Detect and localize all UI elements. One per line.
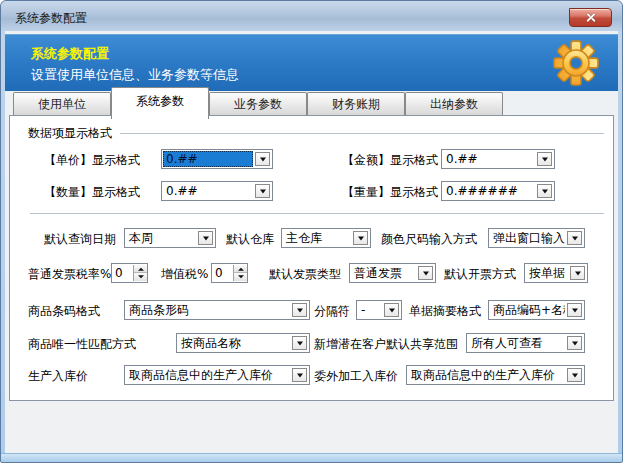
vat-rate-input[interactable]: 0 bbox=[211, 263, 248, 283]
uniqueness-match-value: 按商品名称 bbox=[178, 335, 290, 351]
normal-invoice-rate-value: 0 bbox=[115, 265, 123, 281]
default-query-date-label: 默认查询日期 bbox=[44, 229, 116, 249]
window-frame-bottom bbox=[1, 453, 622, 462]
header-banner: 系统参数配置 设置使用单位信息、业务参数等信息 bbox=[5, 34, 618, 91]
close-button[interactable] bbox=[569, 8, 612, 27]
chevron-down-icon[interactable] bbox=[537, 152, 552, 166]
production-in-price-label: 生产入库价 bbox=[28, 366, 88, 386]
normal-invoice-rate-input[interactable]: 0 bbox=[111, 263, 148, 283]
window-title: 系统参数配置 bbox=[15, 10, 87, 27]
default-warehouse-label: 默认仓库 bbox=[226, 229, 274, 249]
groupbox-bottom-line bbox=[30, 213, 604, 214]
weight-format-label: 【重量】显示格式 bbox=[342, 182, 438, 202]
summary-format-value: 商品编码+名称 bbox=[490, 302, 565, 318]
uniqueness-match-select[interactable]: 按商品名称 bbox=[176, 333, 310, 353]
separator-value: - bbox=[358, 302, 382, 318]
titlebar[interactable]: 系统参数配置 bbox=[1, 1, 622, 31]
normal-invoice-rate-label: 普通发票税率% bbox=[28, 264, 111, 284]
weight-format-select[interactable]: 0.###### bbox=[441, 181, 555, 201]
quantity-format-label: 【数量】显示格式 bbox=[44, 182, 140, 202]
default-warehouse-select[interactable]: 主仓库 bbox=[281, 228, 371, 248]
unit-price-format-select[interactable]: 0.## bbox=[161, 149, 273, 169]
chevron-down-icon[interactable] bbox=[567, 336, 582, 350]
barcode-format-value: 商品条形码 bbox=[126, 302, 290, 318]
chevron-down-icon[interactable] bbox=[537, 184, 552, 198]
outsourcing-in-price-label: 委外加工入库价 bbox=[314, 366, 398, 386]
color-size-input-select[interactable]: 弹出窗口输入 bbox=[488, 228, 585, 248]
group-title: 数据项显示格式 bbox=[28, 123, 112, 143]
quantity-format-value: 0.## bbox=[163, 183, 253, 199]
chevron-down-icon[interactable] bbox=[292, 368, 307, 382]
chevron-down-icon[interactable] bbox=[255, 184, 270, 198]
quantity-format-select[interactable]: 0.## bbox=[161, 181, 273, 201]
barcode-format-label: 商品条码格式 bbox=[28, 301, 100, 321]
groupbox-top-line bbox=[120, 133, 604, 134]
tab-panel-system-params: 数据项显示格式 【单价】显示格式 0.## 【金额】显示格式 0.## 【数量】… bbox=[9, 115, 614, 401]
summary-format-select[interactable]: 商品编码+名称 bbox=[488, 300, 585, 320]
chevron-down-icon[interactable] bbox=[198, 231, 213, 245]
default-billing-method-value: 按单据 bbox=[526, 265, 568, 281]
unit-price-format-value: 0.## bbox=[163, 151, 253, 167]
amount-format-select[interactable]: 0.## bbox=[441, 149, 555, 169]
header-title: 系统参数配置 bbox=[31, 45, 109, 63]
barcode-format-select[interactable]: 商品条形码 bbox=[124, 300, 310, 320]
default-query-date-select[interactable]: 本周 bbox=[124, 228, 216, 248]
chevron-down-icon[interactable] bbox=[567, 231, 582, 245]
tab-system-params[interactable]: 系统参数 bbox=[111, 87, 209, 119]
separator-select[interactable]: - bbox=[356, 300, 402, 320]
outsourcing-in-price-value: 取商品信息中的生产入库价 bbox=[408, 367, 565, 383]
default-billing-method-select[interactable]: 按单据 bbox=[524, 263, 588, 283]
tab-cashier-params[interactable]: 出纳参数 bbox=[405, 92, 503, 116]
default-billing-method-label: 默认开票方式 bbox=[444, 264, 516, 284]
amount-format-value: 0.## bbox=[443, 151, 535, 167]
chevron-down-icon[interactable] bbox=[384, 303, 399, 317]
chevron-down-icon[interactable] bbox=[292, 303, 307, 317]
chevron-down-icon[interactable] bbox=[418, 266, 433, 280]
weight-format-value: 0.###### bbox=[443, 183, 535, 199]
potential-customer-share-value: 所有人可查看 bbox=[468, 335, 565, 351]
potential-customer-share-select[interactable]: 所有人可查看 bbox=[466, 333, 585, 353]
chevron-down-icon[interactable] bbox=[292, 336, 307, 350]
default-invoice-type-select[interactable]: 普通发票 bbox=[349, 263, 436, 283]
chevron-down-icon[interactable] bbox=[567, 303, 582, 317]
dialog-body: 系统参数配置 设置使用单位信息、业务参数等信息 使用单位 bbox=[5, 31, 618, 453]
gear-icon bbox=[550, 37, 602, 89]
close-icon bbox=[585, 12, 596, 23]
production-in-price-select[interactable]: 取商品信息中的生产入库价 bbox=[124, 365, 310, 385]
chevron-down-icon[interactable] bbox=[567, 368, 582, 382]
chevron-down-icon[interactable] bbox=[255, 152, 270, 166]
tab-finance-period[interactable]: 财务账期 bbox=[307, 92, 405, 116]
potential-customer-share-label: 新增潜在客户默认共享范围 bbox=[314, 334, 458, 354]
default-invoice-type-label: 默认发票类型 bbox=[269, 264, 341, 284]
vat-rate-value: 0 bbox=[215, 265, 223, 281]
default-query-date-value: 本周 bbox=[126, 230, 196, 246]
summary-format-label: 单据摘要格式 bbox=[409, 301, 481, 321]
spin-down-icon[interactable] bbox=[234, 273, 247, 281]
spin-up-icon[interactable] bbox=[134, 265, 147, 273]
outsourcing-in-price-select[interactable]: 取商品信息中的生产入库价 bbox=[406, 365, 585, 385]
amount-format-label: 【金额】显示格式 bbox=[342, 150, 438, 170]
spin-down-icon[interactable] bbox=[134, 273, 147, 281]
chevron-down-icon[interactable] bbox=[353, 231, 368, 245]
default-warehouse-value: 主仓库 bbox=[283, 230, 351, 246]
uniqueness-match-label: 商品唯一性匹配方式 bbox=[28, 334, 136, 354]
chevron-down-icon[interactable] bbox=[570, 266, 585, 280]
spin-up-icon[interactable] bbox=[234, 265, 247, 273]
tab-business-params[interactable]: 业务参数 bbox=[209, 92, 307, 116]
separator-label: 分隔符 bbox=[314, 301, 350, 321]
system-parameter-dialog: 系统参数配置 系统参数配置 设置使用单位信息、业务参数等信息 bbox=[0, 0, 623, 463]
color-size-input-value: 弹出窗口输入 bbox=[490, 230, 565, 246]
vat-rate-label: 增值税% bbox=[161, 264, 208, 284]
unit-price-format-label: 【单价】显示格式 bbox=[44, 150, 140, 170]
default-invoice-type-value: 普通发票 bbox=[351, 265, 416, 281]
header-subtitle: 设置使用单位信息、业务参数等信息 bbox=[31, 66, 239, 84]
color-size-input-label: 颜色尺码输入方式 bbox=[381, 229, 477, 249]
production-in-price-value: 取商品信息中的生产入库价 bbox=[126, 367, 290, 383]
tab-usage-unit[interactable]: 使用单位 bbox=[13, 92, 111, 116]
